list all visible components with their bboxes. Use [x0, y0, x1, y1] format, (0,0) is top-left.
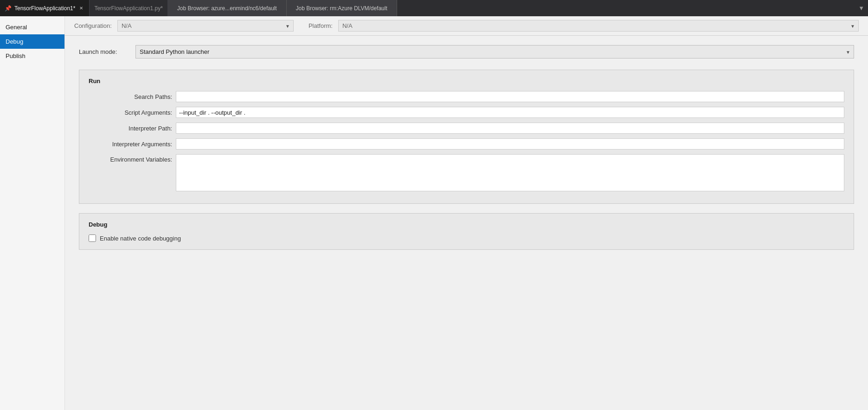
- tab-overflow-arrow[interactable]: ▼: [855, 0, 868, 16]
- script-arguments-input[interactable]: [176, 107, 844, 118]
- tab-tensorflowapp[interactable]: 📌 TensorFlowApplication1* ✕: [0, 0, 90, 16]
- main-layout: General Debug Publish Configuration: N/A…: [0, 16, 868, 410]
- search-paths-row: Search Paths:: [89, 91, 844, 102]
- tab-tensorflowapp-label: TensorFlowApplication1*: [14, 5, 75, 12]
- configuration-select-wrapper: N/A ▼: [117, 20, 294, 32]
- debug-section-title: Debug: [89, 221, 844, 228]
- enable-native-debugging-label: Enable native code debugging: [100, 235, 181, 242]
- sidebar-item-publish[interactable]: Publish: [0, 49, 64, 63]
- debug-section: Debug Enable native code debugging: [79, 213, 854, 250]
- configuration-select[interactable]: N/A: [117, 20, 294, 32]
- config-bar: Configuration: N/A ▼ Platform: N/A ▼: [65, 16, 868, 36]
- environment-variables-row: Environment Variables:: [89, 154, 844, 191]
- tab-job-rm[interactable]: Job Browser: rm:Azure DLVM/default: [287, 0, 397, 16]
- sidebar-debug-label: Debug: [6, 38, 23, 45]
- script-arguments-row: Script Arguments:: [89, 107, 844, 118]
- run-section-title: Run: [89, 78, 844, 85]
- sidebar-item-debug[interactable]: Debug: [0, 34, 64, 49]
- interpreter-path-input[interactable]: [176, 123, 844, 134]
- interpreter-arguments-label: Interpreter Arguments:: [89, 141, 172, 148]
- launch-mode-select[interactable]: Standard Python launcher: [135, 45, 854, 59]
- launch-mode-select-wrapper: Standard Python launcher ▼: [135, 45, 854, 59]
- inner-content: Launch mode: Standard Python launcher ▼ …: [65, 36, 868, 268]
- tab-spacer: [397, 0, 855, 16]
- run-section: Run Search Paths: Script Arguments: Inte…: [79, 70, 854, 204]
- interpreter-arguments-input[interactable]: [176, 138, 844, 150]
- platform-select-wrapper: N/A ▼: [338, 20, 859, 32]
- platform-label: Platform:: [309, 22, 333, 29]
- launch-mode-label: Launch mode:: [79, 48, 130, 55]
- tab-tensorflowpy[interactable]: TensorFlowApplication1.py*: [90, 0, 167, 16]
- enable-native-debugging-checkbox[interactable]: [89, 234, 96, 242]
- tab-job-azure[interactable]: Job Browser: azure...enmind/nc6/default: [168, 0, 287, 16]
- configuration-label: Configuration:: [74, 22, 112, 29]
- title-bar: 📌 TensorFlowApplication1* ✕ TensorFlowAp…: [0, 0, 868, 16]
- interpreter-path-row: Interpreter Path:: [89, 123, 844, 134]
- interpreter-path-label: Interpreter Path:: [89, 125, 172, 132]
- sidebar: General Debug Publish: [0, 16, 65, 410]
- content-area: Configuration: N/A ▼ Platform: N/A ▼ Lau…: [65, 16, 868, 410]
- pin-icon: 📌: [5, 5, 12, 12]
- sidebar-general-label: General: [6, 24, 27, 31]
- enable-native-debugging-row: Enable native code debugging: [89, 234, 844, 242]
- launch-mode-row: Launch mode: Standard Python launcher ▼: [79, 45, 854, 59]
- close-tab-tensorflowapp[interactable]: ✕: [78, 5, 84, 11]
- search-paths-input[interactable]: [176, 91, 844, 102]
- platform-select[interactable]: N/A: [338, 20, 859, 32]
- tab-job-rm-label: Job Browser: rm:Azure DLVM/default: [296, 5, 387, 12]
- tab-job-azure-label: Job Browser: azure...enmind/nc6/default: [177, 5, 277, 12]
- sidebar-publish-label: Publish: [6, 52, 26, 59]
- interpreter-arguments-row: Interpreter Arguments:: [89, 138, 844, 150]
- environment-variables-input[interactable]: [176, 154, 844, 191]
- environment-variables-label: Environment Variables:: [89, 156, 172, 163]
- tab-tensorflowpy-label: TensorFlowApplication1.py*: [94, 5, 162, 12]
- search-paths-label: Search Paths:: [89, 93, 172, 100]
- script-arguments-label: Script Arguments:: [89, 109, 172, 116]
- sidebar-item-general[interactable]: General: [0, 20, 64, 34]
